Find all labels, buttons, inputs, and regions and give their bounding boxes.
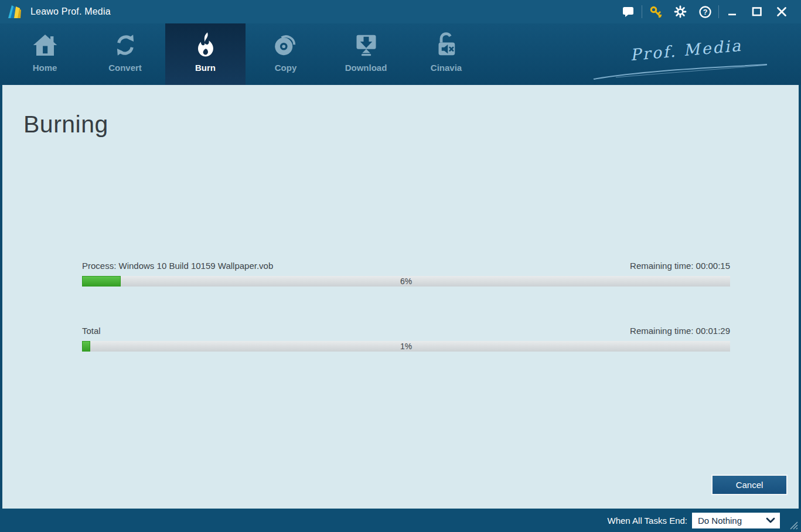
task-end-action-value: Do Nothing	[698, 516, 766, 526]
svg-text:?: ?	[703, 8, 707, 16]
total-progress-bar: 1%	[82, 341, 730, 352]
leawo-logo-icon	[7, 4, 25, 20]
message-icon[interactable]	[616, 0, 640, 23]
footer-bar: When All Tasks End: Do Nothing	[0, 509, 801, 532]
tab-convert[interactable]: Convert	[85, 23, 165, 85]
tab-home[interactable]: Home	[5, 23, 85, 85]
titlebar-actions: ?	[616, 0, 794, 23]
titlebar-separator	[718, 5, 719, 18]
process-remaining-time: Remaining time: 00:00:15	[630, 261, 730, 271]
total-remaining-time: Remaining time: 00:01:29	[630, 326, 730, 336]
window-title: Leawo Prof. Media	[30, 6, 111, 17]
brand-swoosh-line	[592, 63, 768, 81]
when-tasks-end-label: When All Tasks End:	[608, 516, 687, 526]
tab-label: Burn	[195, 63, 216, 73]
process-label: Process: Windows 10 Build 10159 Wallpape…	[82, 261, 273, 271]
process-progress-bar: 6%	[82, 276, 730, 287]
task-end-action-select[interactable]: Do Nothing	[692, 513, 780, 528]
page-title: Burning	[23, 111, 108, 138]
total-task-row: Total Remaining time: 00:01:29 1%	[82, 326, 730, 352]
tab-label: Download	[345, 63, 387, 73]
titlebar: Leawo Prof. Media	[0, 0, 801, 23]
tab-label: Home	[33, 63, 57, 73]
cinavia-lock-icon	[432, 31, 461, 59]
total-label: Total	[82, 326, 101, 336]
help-icon[interactable]: ?	[693, 0, 717, 23]
total-percent-label: 1%	[82, 341, 730, 352]
process-percent-label: 6%	[82, 276, 730, 287]
tab-label: Cinavia	[431, 63, 462, 73]
process-task-row: Process: Windows 10 Build 10159 Wallpape…	[82, 261, 730, 287]
brand-script-text: Prof. Media	[629, 36, 743, 64]
tab-label: Copy	[275, 63, 297, 73]
maximize-button[interactable]	[745, 0, 769, 23]
gear-icon[interactable]	[668, 0, 693, 23]
tab-download[interactable]: Download	[326, 23, 406, 85]
minimize-button[interactable]	[720, 0, 745, 23]
chevron-down-icon	[766, 517, 775, 523]
download-icon	[352, 31, 380, 59]
tab-burn[interactable]: Burn	[165, 23, 246, 85]
app-window: Leawo Prof. Media	[0, 0, 801, 532]
close-button[interactable]	[769, 0, 794, 23]
nav-tabs: Home Convert Burn	[5, 23, 486, 85]
content-panel: Burning Process: Windows 10 Build 10159 …	[2, 85, 799, 509]
titlebar-separator	[642, 5, 642, 18]
home-icon	[31, 31, 59, 59]
copy-disc-icon	[272, 31, 300, 59]
cancel-button[interactable]: Cancel	[711, 475, 788, 495]
key-icon[interactable]	[643, 0, 668, 23]
tab-label: Convert	[108, 63, 142, 73]
burn-flame-icon	[192, 31, 220, 59]
resize-grip[interactable]	[788, 520, 799, 530]
tab-copy[interactable]: Copy	[246, 23, 326, 85]
tab-cinavia[interactable]: Cinavia	[406, 23, 486, 85]
main-nav: Home Convert Burn	[0, 23, 801, 85]
brand-signature: Prof. Media	[592, 35, 768, 82]
convert-icon	[111, 31, 139, 59]
